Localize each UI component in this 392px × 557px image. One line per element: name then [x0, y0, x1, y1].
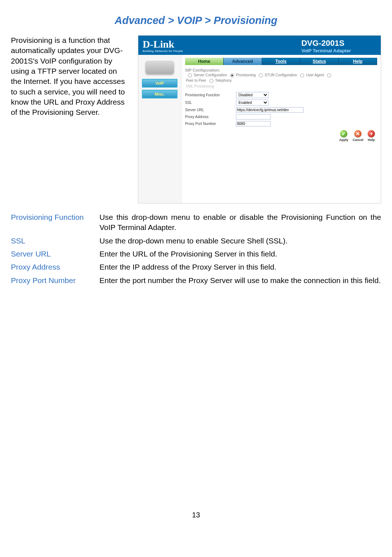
help-button[interactable]: + Help — [368, 130, 375, 142]
select-prov-function[interactable]: Disabled — [236, 92, 269, 98]
action-row: ✓ Apply ✕ Cancel + Help — [185, 130, 377, 142]
def-term: Proxy Address — [11, 262, 99, 272]
radio-telephony[interactable] — [209, 79, 213, 83]
product-title-block: DVG-2001S VoIP Terminal Adapter — [301, 39, 351, 53]
intro-paragraph: Provisioning is a function that automati… — [11, 35, 127, 118]
sidebar-item-misc[interactable]: Misc. — [142, 90, 177, 98]
input-proxy-address[interactable] — [236, 114, 271, 120]
def-desc: Enter the port number the Proxy Server w… — [99, 275, 381, 286]
help-label: Help — [368, 138, 375, 142]
def-row: Proxy Address Enter the IP address of th… — [11, 262, 381, 272]
logo-text: D-Link — [143, 39, 183, 49]
radio-trailing[interactable] — [327, 73, 331, 77]
def-desc: Enter the IP address of the Proxy Server… — [99, 262, 381, 272]
admin-header: D-Link Building Networks for People DVG-… — [138, 36, 381, 55]
apply-button[interactable]: ✓ Apply — [339, 130, 348, 142]
opt-telephony: Telephony — [215, 78, 232, 82]
definitions-list: Provisioning Function Use this drop-down… — [11, 212, 381, 286]
label-proxy-port: Proxy Port Number — [185, 122, 236, 126]
radio-user-agent[interactable] — [300, 73, 304, 77]
opt-peer: Peer to Peer — [186, 78, 206, 82]
product-tagline: VoIP Terminal Adapter — [301, 48, 351, 53]
opt-user-agent: User Agent — [306, 73, 324, 77]
product-name: DVG-2001S — [301, 39, 351, 48]
radio-stun[interactable] — [259, 73, 263, 77]
logo-subtext: Building Networks for People — [143, 49, 183, 53]
label-ssl: SSL — [185, 101, 236, 105]
brand-logo: D-Link Building Networks for People — [143, 39, 183, 53]
def-row: SSL Use the drop-down menu to enable Sec… — [11, 236, 381, 246]
page-number: 13 — [11, 511, 381, 519]
input-proxy-port[interactable] — [236, 121, 271, 126]
def-row: Provisioning Function Use this drop-down… — [11, 212, 381, 233]
admin-main: Home Advanced Tools Status Help SIP Conf… — [181, 55, 381, 203]
tab-help[interactable]: Help — [339, 58, 377, 65]
def-term: Provisioning Function — [11, 212, 99, 233]
label-server-url: Server URL — [185, 108, 236, 112]
help-icon: + — [368, 130, 375, 137]
device-image — [146, 61, 174, 74]
tab-tools[interactable]: Tools — [262, 58, 301, 65]
def-desc: Use the drop-down menu to enable Secure … — [99, 236, 381, 246]
admin-screenshot: D-Link Building Networks for People DVG-… — [138, 35, 381, 203]
apply-label: Apply — [339, 138, 348, 142]
sip-config-heading: SIP Configuration: — [185, 68, 377, 72]
cancel-icon: ✕ — [354, 130, 362, 137]
opt-provisioning: Provisioning — [236, 73, 256, 77]
xml-provisioning-label: XML Provisioning — [186, 84, 377, 88]
def-term: Server URL — [11, 249, 99, 259]
def-desc: Use this drop-down menu to enable or dis… — [99, 212, 381, 233]
label-prov-function: Provisioning Function — [185, 93, 236, 97]
radio-server-config[interactable] — [188, 73, 192, 77]
input-server-url[interactable] — [236, 107, 303, 113]
label-proxy-address: Proxy Address — [185, 115, 236, 119]
cancel-label: Cancel — [352, 138, 363, 142]
cancel-button[interactable]: ✕ Cancel — [352, 130, 363, 142]
sip-options-row1: Server Configuration Provisioning STUN C… — [186, 73, 377, 77]
opt-stun: STUN Configuration — [265, 73, 297, 77]
tab-status[interactable]: Status — [300, 58, 339, 65]
def-row: Server URL Enter the URL of the Provisio… — [11, 249, 381, 259]
tab-home[interactable]: Home — [185, 58, 224, 65]
select-ssl[interactable]: Enabled — [236, 100, 269, 106]
sidebar-item-voip[interactable]: VoIP — [142, 79, 177, 88]
def-desc: Enter the URL of the Provisioning Server… — [99, 249, 381, 259]
opt-server-config: Server Configuration — [194, 73, 227, 77]
tab-bar: Home Advanced Tools Status Help — [185, 58, 377, 65]
tab-advanced[interactable]: Advanced — [224, 58, 262, 65]
def-term: Proxy Port Number — [11, 275, 99, 286]
apply-icon: ✓ — [340, 130, 347, 137]
radio-provisioning[interactable] — [230, 73, 234, 77]
sidebar: VoIP Misc. — [138, 55, 181, 203]
def-term: SSL — [11, 236, 99, 246]
sip-options-row2: Peer to Peer Telephony — [186, 78, 377, 83]
def-row: Proxy Port Number Enter the port number … — [11, 275, 381, 286]
page-title: Advanced > VOIP > Provisioning — [11, 15, 381, 27]
